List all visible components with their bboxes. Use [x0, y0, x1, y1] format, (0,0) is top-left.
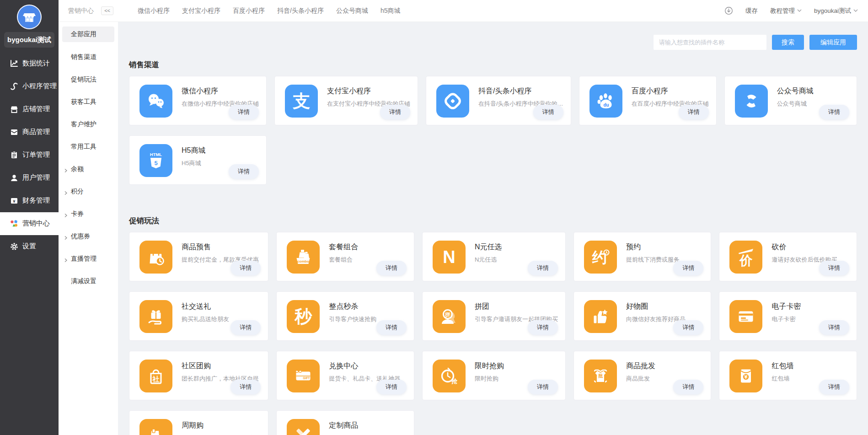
detail-button[interactable]: 详情: [230, 380, 261, 394]
app-card[interactable]: 周期购 周期购是一款可以切入“买家… 详情: [129, 410, 268, 435]
detail-button[interactable]: 详情: [819, 261, 849, 275]
channel-tab[interactable]: 百度小程序: [233, 7, 265, 15]
wholesale-icon: 批: [584, 360, 617, 392]
detail-button[interactable]: 详情: [380, 105, 410, 119]
app-card[interactable]: 好物圈 向微信好友推荐好商品 详情: [573, 291, 712, 341]
alipay-icon-glyph: 支: [293, 92, 310, 110]
detail-button[interactable]: 详情: [376, 320, 407, 335]
app-card[interactable]: 价 砍价 邀请好友砍价后低价购买 详情: [719, 232, 857, 281]
submenu-item[interactable]: 常用工具: [59, 135, 118, 158]
community-icon: 社: [139, 360, 172, 392]
app-card[interactable]: GIFT 兑换中心 提货卡、礼品卡、送礼神器 详情: [276, 351, 414, 400]
detail-button[interactable]: 详情: [376, 380, 407, 394]
sidebar-item-settings[interactable]: 设置: [0, 235, 59, 258]
presale-icon: [139, 241, 172, 274]
app-card[interactable]: 批 商品批发 商品批发 详情: [573, 351, 712, 400]
app-card[interactable]: 定制商品 定制商品 详情: [276, 410, 414, 435]
channel-tab[interactable]: 微信小程序: [138, 7, 170, 15]
submenu-item[interactable]: 客户维护: [59, 113, 118, 135]
detail-button[interactable]: 详情: [673, 380, 703, 394]
shop-icon: [10, 105, 18, 113]
detail-button[interactable]: 详情: [673, 261, 703, 275]
detail-button[interactable]: 详情: [673, 320, 703, 335]
sidebar-item-order[interactable]: 订单管理: [0, 144, 59, 166]
app-card[interactable]: HTML5 H5商城 H5商城 详情: [129, 135, 267, 185]
channel-tab[interactable]: h5商城: [380, 7, 401, 15]
app-card[interactable]: 社 社区团购 团长群内推广，本地社区自提 详情: [129, 351, 268, 400]
app-card[interactable]: 秒 整点秒杀 引导客户快速抢购 详情: [276, 291, 414, 341]
app-card[interactable]: combo 套餐组合 套餐组合 详情: [276, 232, 414, 281]
card-grid: 微信小程序 在微信小程序中经营你的店铺 详情 支 支付宝小程序 在支付宝小程序中…: [129, 76, 857, 185]
card-title: 周期购: [182, 421, 261, 430]
app-card[interactable]: 抢 限时抢购 限时抢购 详情: [422, 351, 566, 400]
collapse-sidebar-button[interactable]: <<: [101, 6, 113, 15]
submenu-item[interactable]: 卡券: [59, 203, 118, 225]
submenu-item[interactable]: 积分: [59, 180, 118, 203]
detail-button[interactable]: 详情: [528, 380, 558, 394]
channel-tab[interactable]: 支付宝小程序: [182, 7, 220, 15]
user-menu[interactable]: bygoukai测试: [814, 7, 858, 15]
detail-button[interactable]: 详情: [533, 105, 563, 119]
submenu-item[interactable]: 促销玩法: [59, 68, 118, 91]
app-card[interactable]: 电子卡密 电子卡密 详情: [719, 291, 857, 341]
detail-button[interactable]: 详情: [229, 164, 259, 179]
detail-button[interactable]: 详情: [229, 105, 259, 119]
douyin-icon: [436, 85, 469, 118]
search-button[interactable]: 搜索: [772, 35, 804, 50]
detail-button[interactable]: 详情: [819, 380, 849, 394]
app-card[interactable]: 公众号商城 公众号商城 详情: [724, 76, 857, 125]
submenu-item[interactable]: 优惠券: [59, 225, 118, 247]
submenu-item-label: 客户维护: [71, 120, 96, 129]
card-title: 百度小程序: [632, 86, 709, 96]
channel-tab[interactable]: 公众号商城: [336, 7, 368, 15]
logo: [0, 0, 59, 29]
app-card[interactable]: 抖音/头条小程序 在抖音/头条小程序中经营你的… 详情: [426, 76, 571, 125]
app-card[interactable]: 支 支付宝小程序 在支付宝小程序中经营你的店铺 详情: [274, 76, 418, 125]
sidebar-item-shop[interactable]: 店铺管理: [0, 98, 59, 121]
submenu-item[interactable]: 直播管理: [59, 247, 118, 270]
app-card[interactable]: 约 预约 提前线下消费或服务 详情: [573, 232, 712, 281]
edit-apps-button[interactable]: 编辑应用: [809, 35, 857, 50]
sidebar-item-chart[interactable]: 数据统计: [0, 52, 59, 75]
detail-button[interactable]: 详情: [819, 105, 849, 119]
marketing-icon: [10, 219, 18, 228]
app-card[interactable]: 拼 拼团 引导客户邀请朋友一起拼团购买 详情: [422, 291, 566, 341]
download-button[interactable]: [724, 6, 733, 15]
app-card[interactable]: N N元任选 N元任选 详情: [422, 232, 566, 281]
app-card[interactable]: ¥ 红包墙 红包墙 详情: [719, 351, 857, 400]
submenu-item[interactable]: 满减设置: [59, 270, 118, 292]
detail-button[interactable]: 详情: [679, 105, 709, 119]
cache-button[interactable]: 缓存: [745, 7, 758, 15]
channel-tab[interactable]: 抖音/头条小程序: [277, 7, 324, 15]
submenu-item[interactable]: 销售渠道: [59, 46, 118, 68]
detail-button[interactable]: 详情: [528, 261, 558, 275]
sidebar-item-goods[interactable]: 商品管理: [0, 121, 59, 144]
detail-button[interactable]: 详情: [230, 320, 261, 335]
card-title: N元任选: [475, 242, 502, 252]
flash-sale-icon: 抢: [433, 360, 466, 392]
app-card[interactable]: 社交送礼 购买礼品送给朋友 详情: [129, 291, 268, 341]
app-card[interactable]: 商品预售 提前交付定金，尾款享受优惠 详情: [129, 232, 268, 281]
sidebar-item-miniapp[interactable]: 小程序管理: [0, 75, 59, 98]
app-section: 促销玩法 商品预售 提前交付定金，尾款享受优惠 详情 combo 套餐组合 套餐…: [129, 216, 857, 435]
tutorial-menu[interactable]: 教程管理: [770, 7, 802, 15]
cycle-icon: [139, 419, 172, 435]
seckill-icon-glyph: 秒: [295, 308, 312, 325]
submenu-item[interactable]: 全部应用: [62, 27, 114, 42]
sidebar-item-user[interactable]: 用户管理: [0, 166, 59, 189]
submenu-item[interactable]: 获客工具: [59, 91, 118, 113]
card-title: H5商城: [182, 146, 205, 156]
sidebar-item-label: 订单管理: [22, 150, 50, 159]
search-input[interactable]: [654, 35, 766, 50]
app-card[interactable]: 微信小程序 在微信小程序中经营你的店铺 详情: [129, 76, 267, 125]
svg-text:拼: 拼: [445, 311, 450, 318]
detail-button[interactable]: 详情: [528, 320, 558, 335]
sidebar-item-finance[interactable]: ¥ 财务管理: [0, 189, 59, 212]
sidebar-item-marketing[interactable]: 营销中心: [0, 212, 59, 235]
detail-button[interactable]: 详情: [376, 261, 407, 275]
detail-button[interactable]: 详情: [819, 320, 849, 335]
detail-button[interactable]: 详情: [230, 261, 261, 275]
app-card[interactable]: du 百度小程序 在百度小程序中经营你的店铺 详情: [579, 76, 717, 125]
combo-icon: combo: [287, 241, 320, 274]
submenu-item[interactable]: 余额: [59, 158, 118, 180]
